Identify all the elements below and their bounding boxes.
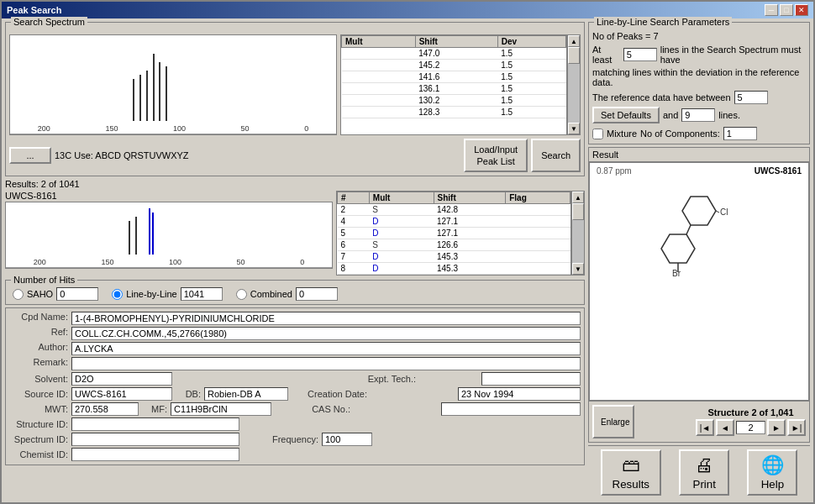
mixture-checkbox[interactable] [592,129,603,139]
solvent-field[interactable] [71,372,172,386]
structure-info: Structure 2 of 1,041 |◄ ◄ ► ►| [696,407,806,436]
structure-num-input[interactable] [736,421,765,434]
results-label: Results [613,478,649,491]
result-scroll-up[interactable]: ▲ [572,192,584,203]
remark-label: Remark: [9,357,68,370]
table-row: 128.31.5 [342,107,566,118]
cell-mult: S [369,239,434,251]
combined-radio[interactable] [236,289,247,300]
results-button[interactable]: 🗃 Results [601,449,661,496]
left-panel: Search Spectrum [5,22,585,499]
col-shift: Shift [415,36,497,48]
scroll-track [568,47,580,123]
mf-label: MF: [142,404,167,414]
result-scroll-track [572,203,584,263]
nav-first-button[interactable]: |◄ [696,419,714,436]
maximize-button[interactable]: □ [780,4,793,16]
cell-shift: 145.3 [434,263,506,275]
set-defaults-button[interactable]: Set Defaults [592,107,660,123]
result-scroll-down[interactable]: ▼ [572,263,584,275]
scroll-thumb[interactable] [568,47,580,64]
minimize-button[interactable]: ─ [765,4,778,16]
structure-id-field[interactable] [71,417,239,431]
creation-date-field[interactable] [458,387,581,401]
cas-no-field[interactable] [441,402,581,416]
ellipsis-button[interactable]: ... [9,147,51,164]
compound-id-label: UWCS-8161 [755,166,802,176]
frequency-field[interactable] [322,433,372,446]
chemist-id-field[interactable] [71,448,239,461]
ref-lines-label: lines. [718,110,740,120]
mf-field[interactable] [171,402,271,416]
no-of-components-input[interactable] [723,127,757,140]
table-row: 7D145.3 [338,251,570,263]
col-mult2: Mult [369,192,434,204]
compound-info-section: Cpd Name: Ref: Author: Remark: Solvent: … [5,307,585,465]
cell-mult: D [369,228,434,239]
compound-info-grid: Cpd Name: Ref: Author: Remark: [9,312,581,370]
source-id-field[interactable] [71,387,172,401]
result-scrollbar[interactable]: ▲ ▼ [571,191,585,276]
ref-and-label: and [663,110,678,120]
search-button[interactable]: Search [531,139,581,172]
table-row: 6S126.6 [338,239,570,251]
mixture-label: Mixture [607,129,637,139]
compound-info-row7: Chemist ID: [9,448,581,461]
remark-field[interactable] [71,357,581,370]
cpd-name-field[interactable] [71,312,581,325]
enlarge-button[interactable]: Enlarge [592,405,634,438]
print-button[interactable]: 🖨 Print [679,449,729,496]
structure-id-label: Structure ID: [9,419,68,429]
saho-radio[interactable] [13,289,24,300]
svg-marker-1 [661,234,695,263]
print-icon: 🖨 [695,454,713,476]
cell-shift: 141.6 [415,71,497,83]
line-by-line-value[interactable] [181,287,223,301]
scroll-up-btn[interactable]: ▲ [568,35,580,47]
cell-shift: 128.3 [415,107,497,118]
close-button[interactable]: ✕ [795,4,808,16]
cell-flag [506,263,570,275]
cell-mult [342,107,416,118]
cell-dev: 1.5 [497,48,565,60]
search-spectrum-area: 200150100500 Mult Shift Dev [9,34,581,135]
results-label: Results: 2 of 1041 [5,179,585,189]
ref-min-input[interactable] [734,91,768,104]
title-bar: Peak Search ─ □ ✕ [2,2,813,18]
cell-mult [342,83,416,95]
compound-info-row4: MWT: MF: CAS No.: [9,402,581,416]
result-spectrum-chart: 200150100500 [5,202,333,269]
ref-field[interactable] [71,327,581,340]
author-field[interactable] [71,342,581,355]
combined-label: Combined [250,289,292,299]
source-id-label: Source ID: [9,389,68,399]
spectrum-axis-labels: 200150100500 [10,124,336,133]
set-defaults-row: Set Defaults and lines. [592,107,806,123]
peak-data-table: Mult Shift Dev 147.01.5145.21.5141.61.51… [341,35,566,118]
ref-between-label: The reference data have between [592,92,731,102]
help-icon: 🌐 [761,454,784,476]
scroll-down-btn[interactable]: ▼ [568,123,580,134]
load-input-button[interactable]: Load/Input Peak List [464,139,528,172]
spectrum-id-field[interactable] [71,433,239,446]
cell-num: 8 [338,263,370,275]
combined-value[interactable] [296,287,338,301]
nav-prev-button[interactable]: ◄ [716,419,734,436]
cell-dev: 1.5 [497,83,565,95]
solvent-label: Solvent: [9,374,68,384]
db-field[interactable] [204,387,288,401]
saho-label: SAHO [27,289,53,299]
result-scroll-thumb[interactable] [572,203,584,220]
expt-tech-field[interactable] [481,372,581,386]
table-row: 147.01.5 [342,48,566,60]
saho-value[interactable] [56,287,98,301]
peak-table-scrollbar[interactable]: ▲ ▼ [567,34,581,135]
at-least-input[interactable] [623,48,657,61]
ref-max-input[interactable] [681,108,715,122]
cell-mult: D [369,216,434,228]
line-by-line-radio[interactable] [112,289,123,300]
nav-last-button[interactable]: ►| [787,419,806,436]
nav-next-button[interactable]: ► [767,419,786,436]
help-button[interactable]: 🌐 Help [747,449,797,496]
mwt-field[interactable] [71,402,139,416]
